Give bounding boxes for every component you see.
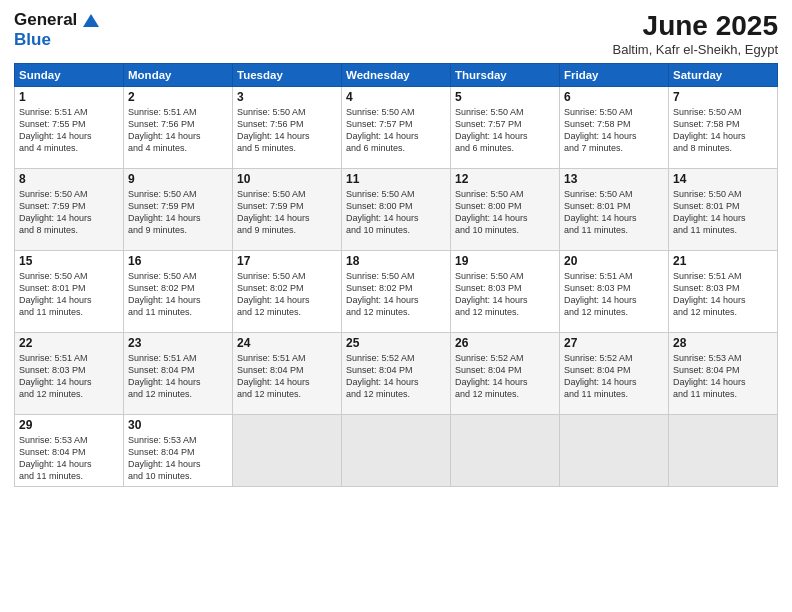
calendar-header-row: SundayMondayTuesdayWednesdayThursdayFrid… bbox=[15, 64, 778, 87]
day-number: 27 bbox=[564, 336, 664, 350]
calendar-cell bbox=[451, 415, 560, 487]
day-info: Sunrise: 5:50 AMSunset: 7:56 PMDaylight:… bbox=[237, 106, 337, 155]
month-title: June 2025 bbox=[613, 10, 778, 42]
calendar-cell: 5Sunrise: 5:50 AMSunset: 7:57 PMDaylight… bbox=[451, 87, 560, 169]
calendar-cell bbox=[342, 415, 451, 487]
calendar-cell: 20Sunrise: 5:51 AMSunset: 8:03 PMDayligh… bbox=[560, 251, 669, 333]
day-number: 29 bbox=[19, 418, 119, 432]
calendar-cell: 7Sunrise: 5:50 AMSunset: 7:58 PMDaylight… bbox=[669, 87, 778, 169]
day-header-friday: Friday bbox=[560, 64, 669, 87]
day-number: 4 bbox=[346, 90, 446, 104]
day-number: 1 bbox=[19, 90, 119, 104]
calendar-cell bbox=[669, 415, 778, 487]
logo-general: General bbox=[14, 10, 77, 29]
day-info: Sunrise: 5:50 AMSunset: 8:02 PMDaylight:… bbox=[128, 270, 228, 319]
day-number: 21 bbox=[673, 254, 773, 268]
day-info: Sunrise: 5:53 AMSunset: 8:04 PMDaylight:… bbox=[128, 434, 228, 483]
day-info: Sunrise: 5:50 AMSunset: 8:00 PMDaylight:… bbox=[455, 188, 555, 237]
calendar-cell: 29Sunrise: 5:53 AMSunset: 8:04 PMDayligh… bbox=[15, 415, 124, 487]
calendar-cell: 14Sunrise: 5:50 AMSunset: 8:01 PMDayligh… bbox=[669, 169, 778, 251]
calendar-cell: 4Sunrise: 5:50 AMSunset: 7:57 PMDaylight… bbox=[342, 87, 451, 169]
calendar-cell: 12Sunrise: 5:50 AMSunset: 8:00 PMDayligh… bbox=[451, 169, 560, 251]
logo: General Blue bbox=[14, 10, 100, 50]
day-number: 9 bbox=[128, 172, 228, 186]
day-number: 15 bbox=[19, 254, 119, 268]
day-number: 8 bbox=[19, 172, 119, 186]
svg-marker-0 bbox=[83, 14, 99, 27]
logo-blue: Blue bbox=[14, 30, 51, 49]
day-number: 23 bbox=[128, 336, 228, 350]
calendar-cell: 3Sunrise: 5:50 AMSunset: 7:56 PMDaylight… bbox=[233, 87, 342, 169]
day-number: 10 bbox=[237, 172, 337, 186]
day-number: 7 bbox=[673, 90, 773, 104]
day-number: 24 bbox=[237, 336, 337, 350]
calendar-week-4: 22Sunrise: 5:51 AMSunset: 8:03 PMDayligh… bbox=[15, 333, 778, 415]
calendar-cell: 8Sunrise: 5:50 AMSunset: 7:59 PMDaylight… bbox=[15, 169, 124, 251]
day-number: 3 bbox=[237, 90, 337, 104]
calendar-cell: 25Sunrise: 5:52 AMSunset: 8:04 PMDayligh… bbox=[342, 333, 451, 415]
day-number: 25 bbox=[346, 336, 446, 350]
day-info: Sunrise: 5:51 AMSunset: 8:04 PMDaylight:… bbox=[128, 352, 228, 401]
day-info: Sunrise: 5:51 AMSunset: 8:04 PMDaylight:… bbox=[237, 352, 337, 401]
calendar-cell: 21Sunrise: 5:51 AMSunset: 8:03 PMDayligh… bbox=[669, 251, 778, 333]
calendar-week-5: 29Sunrise: 5:53 AMSunset: 8:04 PMDayligh… bbox=[15, 415, 778, 487]
day-number: 26 bbox=[455, 336, 555, 350]
day-number: 2 bbox=[128, 90, 228, 104]
calendar-cell: 13Sunrise: 5:50 AMSunset: 8:01 PMDayligh… bbox=[560, 169, 669, 251]
calendar-cell: 10Sunrise: 5:50 AMSunset: 7:59 PMDayligh… bbox=[233, 169, 342, 251]
day-info: Sunrise: 5:52 AMSunset: 8:04 PMDaylight:… bbox=[564, 352, 664, 401]
calendar-cell: 15Sunrise: 5:50 AMSunset: 8:01 PMDayligh… bbox=[15, 251, 124, 333]
day-number: 16 bbox=[128, 254, 228, 268]
title-block: June 2025 Baltim, Kafr el-Sheikh, Egypt bbox=[613, 10, 778, 57]
day-number: 14 bbox=[673, 172, 773, 186]
day-number: 18 bbox=[346, 254, 446, 268]
calendar-cell: 16Sunrise: 5:50 AMSunset: 8:02 PMDayligh… bbox=[124, 251, 233, 333]
day-header-wednesday: Wednesday bbox=[342, 64, 451, 87]
day-number: 20 bbox=[564, 254, 664, 268]
day-info: Sunrise: 5:51 AMSunset: 8:03 PMDaylight:… bbox=[19, 352, 119, 401]
day-number: 30 bbox=[128, 418, 228, 432]
calendar-cell: 9Sunrise: 5:50 AMSunset: 7:59 PMDaylight… bbox=[124, 169, 233, 251]
day-info: Sunrise: 5:51 AMSunset: 7:56 PMDaylight:… bbox=[128, 106, 228, 155]
calendar-cell: 24Sunrise: 5:51 AMSunset: 8:04 PMDayligh… bbox=[233, 333, 342, 415]
day-info: Sunrise: 5:50 AMSunset: 8:00 PMDaylight:… bbox=[346, 188, 446, 237]
calendar-cell: 17Sunrise: 5:50 AMSunset: 8:02 PMDayligh… bbox=[233, 251, 342, 333]
day-info: Sunrise: 5:50 AMSunset: 7:59 PMDaylight:… bbox=[237, 188, 337, 237]
calendar-cell: 27Sunrise: 5:52 AMSunset: 8:04 PMDayligh… bbox=[560, 333, 669, 415]
calendar-cell bbox=[233, 415, 342, 487]
calendar-cell: 26Sunrise: 5:52 AMSunset: 8:04 PMDayligh… bbox=[451, 333, 560, 415]
day-header-thursday: Thursday bbox=[451, 64, 560, 87]
day-info: Sunrise: 5:50 AMSunset: 8:03 PMDaylight:… bbox=[455, 270, 555, 319]
calendar-cell: 2Sunrise: 5:51 AMSunset: 7:56 PMDaylight… bbox=[124, 87, 233, 169]
calendar-cell: 22Sunrise: 5:51 AMSunset: 8:03 PMDayligh… bbox=[15, 333, 124, 415]
day-info: Sunrise: 5:53 AMSunset: 8:04 PMDaylight:… bbox=[19, 434, 119, 483]
day-info: Sunrise: 5:50 AMSunset: 8:01 PMDaylight:… bbox=[564, 188, 664, 237]
day-number: 22 bbox=[19, 336, 119, 350]
page: General Blue June 2025 Baltim, Kafr el-S… bbox=[0, 0, 792, 612]
day-info: Sunrise: 5:50 AMSunset: 7:58 PMDaylight:… bbox=[673, 106, 773, 155]
header: General Blue June 2025 Baltim, Kafr el-S… bbox=[14, 10, 778, 57]
day-info: Sunrise: 5:52 AMSunset: 8:04 PMDaylight:… bbox=[455, 352, 555, 401]
day-info: Sunrise: 5:50 AMSunset: 7:57 PMDaylight:… bbox=[346, 106, 446, 155]
day-number: 17 bbox=[237, 254, 337, 268]
calendar-cell: 11Sunrise: 5:50 AMSunset: 8:00 PMDayligh… bbox=[342, 169, 451, 251]
calendar-cell: 19Sunrise: 5:50 AMSunset: 8:03 PMDayligh… bbox=[451, 251, 560, 333]
day-info: Sunrise: 5:52 AMSunset: 8:04 PMDaylight:… bbox=[346, 352, 446, 401]
day-info: Sunrise: 5:53 AMSunset: 8:04 PMDaylight:… bbox=[673, 352, 773, 401]
day-number: 5 bbox=[455, 90, 555, 104]
day-header-tuesday: Tuesday bbox=[233, 64, 342, 87]
calendar: SundayMondayTuesdayWednesdayThursdayFrid… bbox=[14, 63, 778, 487]
day-header-saturday: Saturday bbox=[669, 64, 778, 87]
calendar-week-1: 1Sunrise: 5:51 AMSunset: 7:55 PMDaylight… bbox=[15, 87, 778, 169]
calendar-cell bbox=[560, 415, 669, 487]
day-info: Sunrise: 5:50 AMSunset: 8:02 PMDaylight:… bbox=[237, 270, 337, 319]
day-info: Sunrise: 5:51 AMSunset: 8:03 PMDaylight:… bbox=[564, 270, 664, 319]
location: Baltim, Kafr el-Sheikh, Egypt bbox=[613, 42, 778, 57]
logo-text: General bbox=[14, 10, 100, 30]
day-info: Sunrise: 5:50 AMSunset: 7:57 PMDaylight:… bbox=[455, 106, 555, 155]
day-number: 12 bbox=[455, 172, 555, 186]
day-info: Sunrise: 5:50 AMSunset: 8:02 PMDaylight:… bbox=[346, 270, 446, 319]
day-number: 6 bbox=[564, 90, 664, 104]
day-info: Sunrise: 5:51 AMSunset: 7:55 PMDaylight:… bbox=[19, 106, 119, 155]
calendar-cell: 28Sunrise: 5:53 AMSunset: 8:04 PMDayligh… bbox=[669, 333, 778, 415]
